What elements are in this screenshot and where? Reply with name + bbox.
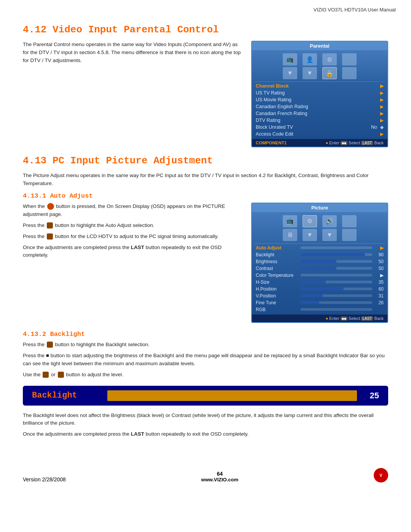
backlight-bar-value: 25 (364, 391, 379, 401)
picture-menu-auto-adjust: Auto Adjust ▶ (252, 244, 387, 251)
osd-icon-lock: 🔒 (322, 67, 337, 79)
up-button-icon (47, 222, 53, 228)
parental-menu-canadian-french: Canadian French Rating ▶ (252, 110, 387, 117)
osd-icon-person: 👤 (303, 53, 317, 66)
parental-menu-access-code: Access Code Edit ▶ (252, 131, 387, 137)
up-btn-backlight (47, 342, 53, 348)
section-4132-para4: The Backlight level does not affect the … (23, 412, 388, 428)
section-413-body: The Picture Adjust menu operates in the … (23, 172, 388, 188)
section-4131-para2: Press the button to highlight the Auto A… (23, 222, 242, 230)
parental-menu-dtv-rating: DTV Rating ▶ (252, 117, 387, 124)
picture-menu-brightness: Brightness 50 (252, 258, 387, 265)
osd-icon-blank1 (342, 53, 357, 66)
picture-icon-settings: ⚙ (303, 215, 317, 227)
picture-menu-color-temp: Color Temperature ▶ (252, 272, 387, 279)
vizio-button-icon (47, 203, 54, 210)
footer-version: Version 2/28/2008 (23, 476, 66, 482)
footer-page-number: 64 (66, 471, 374, 477)
osd-icon-down2: ▼ (303, 67, 317, 79)
right-btn-icon (58, 372, 64, 378)
parental-menu-us-tv-rating: US TV Rating ▶ (252, 89, 387, 96)
page-header: VIZIO VO37L HDTV10A User Manual (0, 0, 411, 16)
section-4132-para2: Press the ■ button to start adjusting th… (23, 352, 388, 368)
section-412-body: The Parental Control menu operates in th… (23, 41, 242, 65)
vizio-logo: V (374, 468, 388, 482)
section-4132-para5: Once the adjustments are completed press… (23, 430, 388, 438)
picture-menu-hposition: H.Position 60 (252, 286, 387, 292)
osd-icon-tv: 📺 (283, 53, 297, 66)
section-412-title: 4.12 Video Input Parental Control (23, 24, 388, 35)
picture-icon-b2: ▼ (303, 229, 317, 241)
picture-menu-contrast: Contrast 50 (252, 265, 387, 272)
section-4132-para3: Use the or button to adjust the level. (23, 371, 388, 379)
ok-button-icon (47, 233, 53, 240)
picture-menu-fine-tune: Fine Tune 26 (252, 299, 387, 306)
picture-menu-backlight: Backlight 90 (252, 251, 387, 258)
picture-menu-hsize: H-Size 35 (252, 279, 387, 286)
picture-menu-vposition: V.Position 31 (252, 292, 387, 299)
section-4132-para1: Press the button to highlight the Backli… (23, 341, 388, 349)
parental-source-label: COMPONENT1 (256, 141, 287, 145)
section-4131-para4: Once the adjustments are completed press… (23, 244, 242, 260)
parental-controls-label: ● Enter ■■ Select LAST Back (326, 141, 384, 145)
backlight-indicator-bar (107, 390, 357, 401)
backlight-bar-container: Backlight 25 (23, 386, 388, 406)
osd-icon-settings: ⚙ (322, 53, 337, 66)
osd-icon-blank2 (342, 67, 357, 79)
section-413-title: 4.13 PC Input Picture Adjustment (23, 155, 388, 166)
section-4131-title: 4.13.1 Auto Adjust (23, 192, 388, 200)
backlight-bar-label: Backlight (32, 391, 100, 400)
page-footer: Version 2/28/2008 64 www.VIZIO.com V (0, 460, 411, 489)
picture-icon-blank (342, 215, 357, 227)
section-4131-para1: When the button is pressed, the On Scree… (23, 203, 242, 219)
picture-icon-tv: 📺 (283, 215, 297, 227)
picture-icon-b4 (342, 229, 357, 241)
picture-icon-audio: 🔊 (322, 215, 337, 227)
footer-website: www.VIZIO.com (66, 477, 374, 482)
parental-menu-block-unrated: Block Unrated TV No ◆ (252, 124, 387, 131)
parental-menu-us-movie-rating: US Movie Rating ▶ (252, 96, 387, 103)
picture-menu-rgb: RGB (252, 306, 387, 313)
picture-osd-bottom-bar: ● Enter ■■ Select LAST Back (252, 315, 387, 322)
picture-icon-b3: ▼ (322, 229, 337, 241)
parental-osd-screen: Parental 📺 👤 ⚙ ▼ ▼ 🔒 Channel Block ▶ (251, 41, 388, 147)
section-4131-para3: Press the button for the LCD HDTV to adj… (23, 233, 242, 241)
picture-icon-b1: 🖥 (283, 229, 297, 241)
section-4132-title: 4.13.2 Backlight (23, 331, 388, 338)
picture-osd-title: Picture (252, 203, 387, 212)
picture-osd-screen: Picture 📺 ⚙ 🔊 🖥 ▼ ▼ Auto Adjust (251, 203, 388, 323)
osd-icon-down1: ▼ (283, 67, 297, 79)
picture-controls-label: ● Enter ■■ Select LAST Back (326, 316, 384, 321)
parental-menu-canadian-english: Canadian English Rating ▶ (252, 103, 387, 110)
parental-menu-channel-block: Channel Block ▶ (252, 83, 387, 89)
parental-osd-title: Parental (252, 42, 387, 50)
left-btn-icon (43, 372, 49, 378)
manual-title: VIZIO VO37L HDTV10A User Manual (314, 7, 396, 13)
parental-osd-bottom-bar: COMPONENT1 ● Enter ■■ Select LAST Back (252, 139, 387, 147)
